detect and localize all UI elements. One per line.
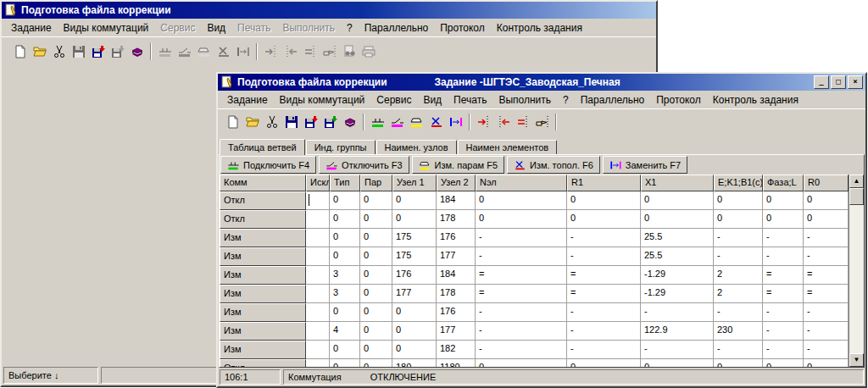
- table-cell[interactable]: 0: [392, 191, 437, 210]
- menu-help[interactable]: ?: [341, 20, 359, 36]
- scroll-up-icon[interactable]: ▲: [849, 175, 864, 188]
- row-header-cell[interactable]: Изм: [220, 341, 306, 359]
- table-cell[interactable]: =: [476, 266, 567, 285]
- table-cell[interactable]: 0: [330, 303, 360, 322]
- table-cell[interactable]: 184: [437, 266, 476, 285]
- table-cell[interactable]: -: [567, 247, 641, 266]
- table-cell[interactable]: [306, 191, 330, 210]
- open-folder-button[interactable]: [30, 42, 49, 61]
- table-cell[interactable]: 176: [437, 229, 476, 247]
- table-cell[interactable]: =: [476, 285, 567, 303]
- col-tip[interactable]: Тип: [330, 175, 360, 191]
- table-cell[interactable]: 178: [437, 285, 476, 303]
- table-cell[interactable]: -: [641, 303, 714, 322]
- table-cell[interactable]: -: [476, 247, 567, 266]
- table-cell[interactable]: 0: [360, 322, 392, 341]
- table-cell[interactable]: =: [804, 285, 849, 303]
- col-r1[interactable]: R1: [567, 175, 641, 191]
- table-cell[interactable]: 0: [360, 303, 392, 322]
- disconnect-button[interactable]: [387, 113, 407, 131]
- table-cell[interactable]: 177: [437, 322, 476, 341]
- col-par[interactable]: Пар: [360, 175, 392, 191]
- col-iskl[interactable]: Искл: [306, 175, 330, 191]
- new-document-button[interactable]: [10, 42, 30, 61]
- book-button[interactable]: [127, 42, 147, 61]
- table-cell[interactable]: 4: [330, 322, 360, 341]
- edit-rows-button[interactable]: [513, 113, 532, 131]
- table-cell[interactable]: 0: [567, 359, 641, 367]
- table-cell[interactable]: -: [476, 322, 567, 341]
- change-topology-f6-button[interactable]: Изм. топол. F6: [507, 156, 600, 174]
- table-cell[interactable]: -: [763, 247, 804, 266]
- hand-select-button[interactable]: [532, 113, 552, 131]
- menu-kontrol-zadaniya[interactable]: Контроль задания: [707, 92, 804, 108]
- table-cell[interactable]: 176: [392, 266, 437, 285]
- table-cell[interactable]: 0: [641, 191, 714, 210]
- table-cell[interactable]: 25.5: [641, 247, 714, 266]
- col-faza[interactable]: Фаза;L: [763, 175, 804, 191]
- tab-naimen-uzlov[interactable]: Наимен. узлов: [376, 140, 457, 154]
- table-cell[interactable]: [306, 247, 330, 266]
- table-cell[interactable]: 177: [437, 247, 476, 266]
- col-nel[interactable]: Nэл: [476, 175, 567, 191]
- table-cell[interactable]: -: [714, 303, 763, 322]
- table-cell[interactable]: [306, 341, 330, 359]
- menu-servis[interactable]: Сервис: [370, 92, 417, 108]
- table-cell[interactable]: -: [763, 229, 804, 247]
- row-header-cell[interactable]: Откл: [220, 191, 306, 210]
- col-r0[interactable]: R0: [804, 175, 849, 191]
- table-cell[interactable]: 0: [763, 359, 804, 367]
- menu-parallelno[interactable]: Параллельно: [359, 20, 434, 36]
- change-topology-button[interactable]: [426, 113, 446, 131]
- table-cell[interactable]: -: [804, 229, 849, 247]
- table-cell[interactable]: 0: [392, 341, 437, 359]
- col-ek1b1[interactable]: E;K1;B1(c): [714, 175, 763, 191]
- menu-vidy-kommutacij[interactable]: Виды коммутаций: [58, 20, 155, 36]
- connect-f4-button[interactable]: Подключить F4: [220, 156, 316, 174]
- table-cell[interactable]: [306, 359, 330, 367]
- menu-parallelno[interactable]: Параллельно: [575, 92, 650, 108]
- scrollbar-track[interactable]: [849, 205, 864, 353]
- table-cell[interactable]: 175: [392, 247, 437, 266]
- menu-protokol[interactable]: Протокол: [650, 92, 707, 108]
- table-cell[interactable]: 0: [804, 210, 849, 229]
- table-cell[interactable]: -: [714, 229, 763, 247]
- table-cell[interactable]: -: [804, 303, 849, 322]
- table-cell[interactable]: 0: [641, 359, 714, 367]
- open-folder-button[interactable]: [242, 113, 262, 131]
- table-cell[interactable]: 176: [437, 303, 476, 322]
- table-cell[interactable]: 0: [360, 229, 392, 247]
- table-cell[interactable]: 0: [360, 266, 392, 285]
- table-cell[interactable]: -: [567, 303, 641, 322]
- menu-vidy-kommutacij[interactable]: Виды коммутаций: [274, 92, 371, 108]
- table-cell[interactable]: -: [763, 341, 804, 359]
- table-cell[interactable]: 0: [330, 229, 360, 247]
- table-cell[interactable]: 0: [360, 285, 392, 303]
- table-cell[interactable]: 0: [641, 210, 714, 229]
- table-cell[interactable]: 0: [360, 247, 392, 266]
- table-cell[interactable]: -: [714, 247, 763, 266]
- table-cell[interactable]: 3: [330, 266, 360, 285]
- table-cell[interactable]: 0: [360, 341, 392, 359]
- table-cell[interactable]: 0: [392, 303, 437, 322]
- row-header-cell[interactable]: Изм: [220, 229, 306, 247]
- table-cell[interactable]: 184: [437, 191, 476, 210]
- table-cell[interactable]: -: [476, 303, 567, 322]
- table-cell[interactable]: [306, 322, 330, 341]
- connect-button[interactable]: [368, 113, 387, 131]
- table-cell[interactable]: 3: [330, 285, 360, 303]
- save-import-button[interactable]: [88, 42, 108, 61]
- table-cell[interactable]: 0: [763, 191, 804, 210]
- table-cell[interactable]: 122.9: [641, 322, 714, 341]
- table-cell[interactable]: [306, 303, 330, 322]
- col-uzel1[interactable]: Узел 1: [392, 175, 437, 191]
- table-cell[interactable]: 0: [763, 210, 804, 229]
- table-cell[interactable]: 230: [714, 322, 763, 341]
- row-header-cell[interactable]: Откл: [220, 359, 306, 367]
- table-cell[interactable]: -: [567, 229, 641, 247]
- table-cell[interactable]: 25.5: [641, 229, 714, 247]
- cut-button[interactable]: [262, 113, 281, 131]
- vertical-scrollbar[interactable]: ▲ ▼: [849, 175, 864, 367]
- table-cell[interactable]: -1.29: [641, 285, 714, 303]
- table-cell[interactable]: =: [804, 266, 849, 285]
